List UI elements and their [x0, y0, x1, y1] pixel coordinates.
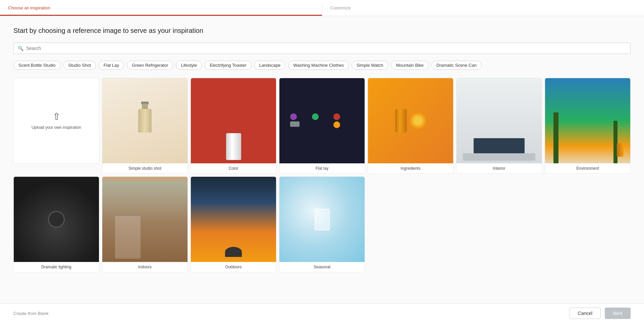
main-content: Start by choosing a reference image to s… [0, 16, 644, 303]
image-interior [457, 78, 542, 163]
chip-dramatic-scene-can[interactable]: Dramatic Scene Can [431, 61, 482, 70]
seasonal-perfume [315, 209, 330, 230]
create-from-blank-link[interactable]: Create from Blank [13, 311, 49, 316]
can-detail [226, 133, 241, 160]
filter-chips: Scent Bottle Studio Studio Shot Flat Lay… [13, 61, 631, 70]
chip-scent-bottle-studio[interactable]: Scent Bottle Studio [13, 61, 61, 70]
label-color: Color [191, 163, 276, 173]
flat-item-bottle [290, 121, 300, 127]
flat-item-3 [333, 113, 340, 120]
image-simple-studio-shot [102, 78, 187, 163]
env-tree2 [613, 121, 618, 163]
label-indoors: Indoors [102, 262, 187, 272]
chip-landscape[interactable]: Landscape [254, 61, 286, 70]
flat-item-2 [312, 113, 319, 120]
chip-flat-lay[interactable]: Flat Lay [99, 61, 124, 70]
label-environment: Environment [545, 163, 630, 173]
label-ingredients: Ingredients [368, 163, 453, 173]
grid-item-dramatic-lighting[interactable]: Dramatic lighting [13, 176, 99, 272]
grid-item-simple-studio-shot[interactable]: Simple studio shot [102, 78, 188, 174]
indoors-window [102, 181, 187, 224]
next-button[interactable]: Next [605, 308, 631, 319]
motorcycle-silhouette [225, 247, 242, 257]
step-2-label: Customize [330, 5, 351, 10]
grid-item-outdoors[interactable]: Outdoors [191, 176, 276, 272]
watch-detail [48, 211, 65, 228]
top-navigation: Choose an inspiration Customize [0, 0, 644, 16]
search-input[interactable] [26, 46, 626, 51]
label-dramatic-lighting: Dramatic lighting [14, 262, 99, 272]
label-simple-studio-shot: Simple studio shot [102, 163, 187, 173]
grid-item-interior[interactable]: Interior [456, 78, 542, 174]
page-title: Start by choosing a reference image to s… [13, 27, 631, 35]
ingredients-can [395, 109, 407, 132]
label-interior: Interior [457, 163, 542, 173]
flat-item-4 [333, 121, 340, 128]
empty-cell-7 [545, 176, 631, 272]
bottle-neck-detail [142, 104, 148, 109]
image-ingredients [368, 78, 453, 163]
flat-item-1 [290, 113, 297, 120]
env-bottle [617, 143, 624, 157]
bottom-bar: Create from Blank Cancel Next [0, 303, 644, 323]
empty-cell-5 [368, 176, 453, 272]
tv-screen-detail [474, 138, 524, 153]
label-seasonal: Seasonal [279, 262, 365, 272]
upload-text: Upload your own inspiration [32, 125, 81, 130]
chip-washing-machine-clothes[interactable]: Washing Machine Clothes [288, 61, 349, 70]
bottom-actions: Cancel Next [570, 308, 631, 319]
step-1[interactable]: Choose an inspiration [0, 0, 322, 16]
grid-item-environment[interactable]: Environment [545, 78, 631, 174]
search-bar[interactable]: 🔍 [13, 43, 631, 54]
image-dramatic-lighting [14, 177, 99, 262]
image-seasonal [279, 177, 365, 262]
chip-lifestyle[interactable]: Lifestyle [176, 61, 202, 70]
ingredients-orange [410, 112, 426, 129]
chip-green-refrigerator[interactable]: Green Refrigerator [127, 61, 173, 70]
cancel-button[interactable]: Cancel [570, 308, 601, 319]
chip-electrifying-toaster[interactable]: Electrifying Toaster [205, 61, 252, 70]
chip-mountain-bike[interactable]: Mountain Bike [391, 61, 429, 70]
step-2[interactable]: Customize [322, 0, 644, 16]
search-icon: 🔍 [18, 46, 23, 51]
upload-card[interactable]: ⇧ Upload your own inspiration [13, 78, 99, 164]
step-1-underline [0, 15, 322, 16]
chip-studio-shot[interactable]: Studio Shot [63, 61, 96, 70]
grid-item-indoors[interactable]: Indoors [102, 176, 188, 272]
tv-stand-detail [463, 153, 535, 161]
chip-simple-watch[interactable]: Simple Watch [352, 61, 388, 70]
image-outdoors [191, 177, 276, 262]
bottle-body-detail [138, 109, 152, 132]
image-flat-lay [279, 78, 365, 163]
grid-item-seasonal[interactable]: Seasonal [279, 176, 365, 272]
grid-item-flat-lay[interactable]: Flat lay [279, 78, 365, 174]
env-tree1 [553, 112, 558, 163]
upload-icon: ⇧ [53, 111, 60, 122]
grid-item-ingredients[interactable]: Ingredients [368, 78, 453, 174]
image-environment [545, 78, 630, 163]
image-indoors [102, 177, 187, 262]
label-flat-lay: Flat lay [279, 163, 365, 173]
step-1-label: Choose an inspiration [8, 5, 50, 10]
image-color [191, 78, 276, 163]
empty-cell-6 [456, 176, 542, 272]
grid-item-color[interactable]: Color [191, 78, 276, 174]
label-outdoors: Outdoors [191, 262, 276, 272]
